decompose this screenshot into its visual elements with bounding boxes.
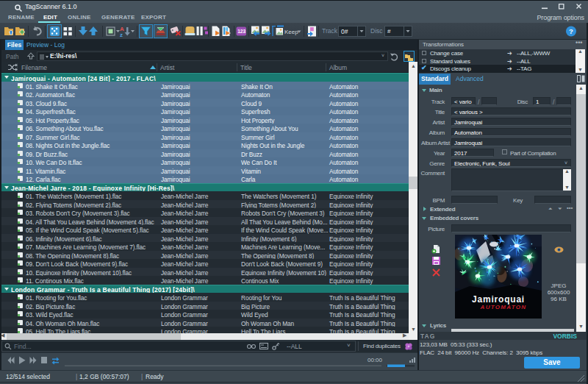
svg-text:123: 123 xyxy=(237,29,245,34)
svg-text:Jamiroquai: Jamiroquai xyxy=(472,294,525,305)
svg-text:?: ? xyxy=(569,27,573,35)
svg-text:Disc: Disc xyxy=(370,27,383,35)
svg-text:#: # xyxy=(387,28,391,35)
svg-text:AUTOMATON: AUTOMATON xyxy=(480,304,527,310)
svg-text:Track: Track xyxy=(322,27,338,35)
svg-text:0#: 0# xyxy=(341,28,348,35)
svg-text:00:00: 00:00 xyxy=(368,357,383,363)
svg-text:Keep: Keep xyxy=(284,29,298,35)
svg-text:z: z xyxy=(120,32,123,38)
